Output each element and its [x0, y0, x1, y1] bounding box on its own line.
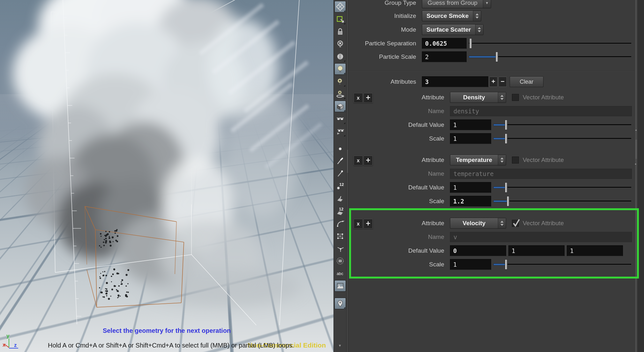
- scroll-arrow-icon[interactable]: ◂: [635, 128, 637, 132]
- remove-attribute-button[interactable]: −: [498, 77, 507, 87]
- particle-separation-slider[interactable]: [469, 38, 632, 49]
- default-value-slider[interactable]: [493, 119, 632, 130]
- axis-x-label: x: [3, 342, 6, 348]
- parameter-panel: Group Type Guess from Group ▼ Initialize…: [348, 0, 634, 352]
- map-pin-icon[interactable]: [335, 298, 346, 309]
- vector-attribute-checkbox[interactable]: [512, 94, 519, 101]
- pane-divider[interactable]: [346, 0, 348, 352]
- scale-slider[interactable]: [493, 259, 632, 270]
- slider-handle[interactable]: [505, 120, 507, 130]
- scale-slider[interactable]: [493, 196, 632, 207]
- spinner-arrows-icon: [498, 155, 506, 165]
- scroll-grip[interactable]: [635, 139, 637, 158]
- abc-icon[interactable]: abc: [335, 268, 346, 279]
- vector-attribute-checkbox[interactable]: [512, 157, 519, 164]
- default-value-field[interactable]: 1: [450, 119, 491, 130]
- default-value-slider[interactable]: [493, 182, 632, 193]
- cube-icon[interactable]: [335, 101, 346, 112]
- initialize-dropdown[interactable]: Source Smoke: [422, 11, 481, 21]
- attribute-block-temperature: x + Attribute Temperature Vector Attribu…: [348, 155, 634, 207]
- particle-scale-slider[interactable]: [469, 51, 632, 62]
- svg-text:12: 12: [339, 207, 343, 211]
- param-row-attribute: Attribute Velocity Vector Attribute: [348, 218, 632, 229]
- point-numbers-icon[interactable]: 12: [335, 181, 346, 192]
- light-add-icon[interactable]: [335, 88, 346, 99]
- image-icon[interactable]: [335, 280, 346, 291]
- name-field[interactable]: temperature: [450, 169, 632, 179]
- brush-icon[interactable]: [335, 156, 346, 167]
- add-attribute-button[interactable]: +: [489, 77, 498, 87]
- group-type-value: Guess from Group: [422, 0, 483, 8]
- attribute-value: Temperature: [450, 155, 498, 165]
- scroll-arrow-icon[interactable]: ▸: [635, 162, 637, 165]
- curve-icon[interactable]: [335, 218, 346, 229]
- param-row-particle-scale: Particle Scale 2: [348, 51, 632, 62]
- scale-field[interactable]: 1: [450, 259, 491, 270]
- name-label: Name: [348, 233, 450, 241]
- slider-handle[interactable]: [505, 259, 507, 270]
- attribute-dropdown[interactable]: Density: [450, 92, 506, 103]
- attribute-dropdown[interactable]: Temperature: [450, 155, 506, 165]
- layout-icon[interactable]: [335, 1, 346, 12]
- mode-dropdown[interactable]: Surface Scatter: [422, 24, 483, 35]
- bulb-add-icon[interactable]: [335, 76, 346, 87]
- default-y-field[interactable]: 1: [508, 245, 565, 256]
- clear-button[interactable]: Clear: [510, 76, 543, 87]
- viewport-help-text: Hold A or Cmd+A or Shift+A or Shift+Cmd+…: [48, 342, 294, 349]
- point-icon[interactable]: [335, 143, 346, 154]
- default-x-field[interactable]: 0: [450, 245, 506, 256]
- lock-icon[interactable]: [335, 26, 346, 37]
- vector-attribute-label: Vector Attribute: [523, 157, 564, 164]
- marquee-icon[interactable]: [335, 231, 346, 241]
- param-row-group-type: Group Type Guess from Group ▼: [348, 0, 632, 8]
- default-value-label: Default Value: [348, 184, 450, 191]
- slider-track: [493, 124, 631, 126]
- param-row-particle-separation: Particle Separation 0.0625: [348, 38, 632, 49]
- slider-track: [493, 138, 631, 139]
- disc-icon[interactable]: [335, 256, 346, 266]
- name-label: Name: [348, 170, 450, 177]
- needle-icon[interactable]: [335, 168, 346, 179]
- particle-scale-field[interactable]: 2: [422, 51, 467, 62]
- slider-handle[interactable]: [505, 134, 507, 144]
- submenu-corner-icon: [344, 97, 345, 99]
- attribute-value: Velocity: [450, 218, 498, 228]
- vector-attribute-checkbox[interactable]: [512, 220, 519, 227]
- normals-icon[interactable]: [335, 243, 346, 254]
- slider-handle[interactable]: [507, 196, 509, 206]
- scale-field[interactable]: 1.2: [450, 196, 491, 207]
- spinner-arrows-icon: [473, 11, 481, 21]
- glasses-play-icon[interactable]: [335, 126, 346, 137]
- attribute-dropdown[interactable]: Velocity: [450, 218, 506, 229]
- scale-slider[interactable]: [493, 133, 632, 144]
- attributes-count-field[interactable]: 3: [422, 76, 488, 87]
- scale-field[interactable]: 1: [450, 133, 491, 144]
- bulb-off-icon[interactable]: [335, 39, 346, 50]
- default-value-label: Default Value: [348, 247, 450, 254]
- panel-scrollbar[interactable]: ◂ ▸: [634, 0, 638, 352]
- select-icon[interactable]: [335, 14, 346, 25]
- group-type-dropdown[interactable]: Guess from Group ▼: [422, 0, 491, 8]
- name-field[interactable]: density: [450, 106, 632, 116]
- glasses-icon[interactable]: [335, 113, 346, 124]
- param-row-attributes-count: Attributes 3 + − Clear: [348, 76, 632, 87]
- slider-handle[interactable]: [469, 38, 472, 49]
- initialize-label: Initialize: [348, 12, 422, 19]
- stamp-icon[interactable]: [335, 193, 346, 204]
- param-row-scale: Scale 1: [348, 259, 632, 270]
- particle-scale-label: Particle Scale: [348, 53, 422, 60]
- attribute-label: Attribute: [348, 220, 450, 227]
- default-value-field[interactable]: 1: [450, 182, 491, 193]
- prim-numbers-icon[interactable]: 12: [335, 206, 346, 217]
- slider-handle[interactable]: [505, 182, 507, 193]
- name-field[interactable]: v: [450, 232, 632, 242]
- bulb-icon[interactable]: [335, 64, 346, 74]
- knob-icon[interactable]: [335, 51, 346, 62]
- viewport-3d[interactable]: y x z Non-Commercial Edition Select the …: [0, 0, 333, 352]
- toolbar-scroll-down-arrow[interactable]: ▾: [333, 343, 346, 348]
- param-row-attribute: Attribute Temperature Vector Attribute: [348, 155, 632, 165]
- particle-separation-field[interactable]: 0.0625: [422, 38, 467, 49]
- default-z-field[interactable]: 1: [567, 245, 623, 256]
- param-row-initialize: Initialize Source Smoke: [348, 11, 632, 21]
- slider-handle[interactable]: [496, 52, 498, 62]
